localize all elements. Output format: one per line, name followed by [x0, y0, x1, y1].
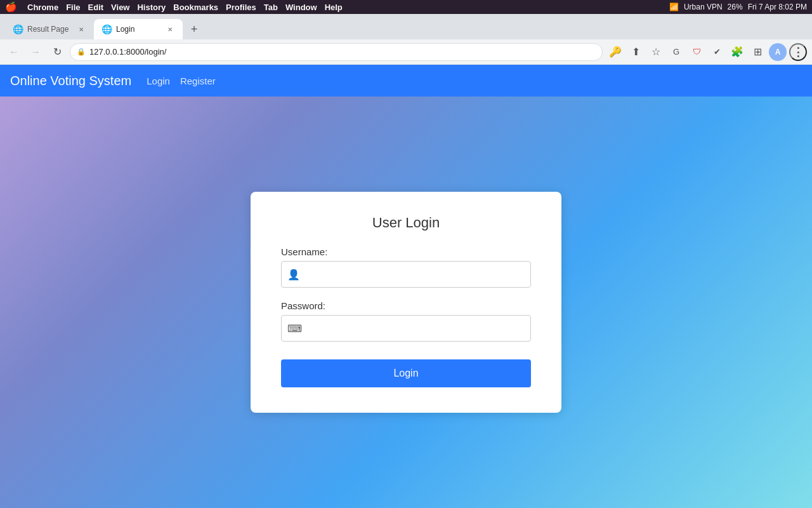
username-input-wrapper: 👤 [281, 261, 531, 288]
username-group: Username: 👤 [281, 246, 531, 288]
tab-result-page-favicon: 🌐 [13, 24, 23, 34]
forward-button[interactable]: → [27, 43, 44, 61]
app-title: Online Voting System [10, 74, 131, 88]
more-button[interactable]: ⋮ [789, 43, 807, 61]
password-icon: ⌨ [287, 323, 302, 335]
new-tab-button[interactable]: + [185, 20, 203, 38]
edit-menu-item[interactable]: Edit [88, 3, 104, 12]
window-menu-item[interactable]: Window [285, 3, 317, 12]
nav-link-login[interactable]: Login [147, 76, 170, 86]
bookmarks-menu-item[interactable]: Bookmarks [173, 3, 218, 12]
file-menu-item[interactable]: File [66, 3, 80, 12]
login-card: User Login Username: 👤 Password: ⌨ Login [251, 192, 561, 413]
nav-bar: ← → ↻ 🔒 127.0.0.1:8000/login/ 🔑 ⬆ ☆ G 🛡 … [0, 39, 812, 65]
nav-link-register[interactable]: Register [180, 76, 216, 86]
login-button[interactable]: Login [281, 359, 531, 387]
extension-btn-3[interactable]: ✔ [708, 43, 726, 61]
app-navbar: Online Voting System Login Register [0, 65, 812, 97]
tab-result-page[interactable]: 🌐 Result Page ✕ [5, 19, 94, 39]
tab-bar: 🌐 Result Page ✕ 🌐 Login ✕ + [0, 14, 812, 39]
address-bar[interactable]: 🔒 127.0.0.1:8000/login/ [70, 43, 603, 61]
chrome-window: 🌐 Result Page ✕ 🌐 Login ✕ + ← → ↻ 🔒 127.… [0, 14, 812, 508]
clock-label: Fri 7 Apr 8:02 PM [748, 3, 807, 11]
tab-login-close[interactable]: ✕ [165, 24, 175, 34]
password-manager-button[interactable]: 🔑 [606, 43, 624, 61]
extension-btn-2[interactable]: 🛡 [688, 43, 705, 61]
menubar-right: 📶 Urban VPN 26% Fri 7 Apr 8:02 PM [669, 3, 807, 11]
nav-actions: 🔑 ⬆ ☆ G 🛡 ✔ 🧩 ⊞ A ⋮ [606, 43, 807, 61]
username-label: Username: [281, 246, 531, 257]
bookmark-button[interactable]: ☆ [647, 43, 665, 61]
grid-button[interactable]: ⊞ [749, 43, 766, 61]
password-label: Password: [281, 300, 531, 311]
apple-menu-icon[interactable]: 🍎 [5, 1, 17, 13]
username-input[interactable] [281, 261, 531, 288]
profile-button[interactable]: A [769, 43, 787, 61]
wifi-icon: 📶 [669, 3, 679, 11]
tab-menu-item[interactable]: Tab [264, 3, 278, 12]
profiles-menu-item[interactable]: Profiles [226, 3, 256, 12]
view-menu-item[interactable]: View [111, 3, 129, 12]
vpn-label: Urban VPN [684, 3, 723, 11]
address-text: 127.0.0.1:8000/login/ [89, 47, 596, 57]
menubar: 🍎 Chrome File Edit View History Bookmark… [0, 0, 812, 14]
page-content: User Login Username: 👤 Password: ⌨ Login [0, 97, 812, 508]
tab-result-page-label: Result Page [27, 25, 72, 34]
back-button[interactable]: ← [5, 43, 23, 61]
password-input-wrapper: ⌨ [281, 315, 531, 342]
battery-label: 26% [728, 3, 743, 11]
tab-login[interactable]: 🌐 Login ✕ [94, 19, 183, 39]
extensions-button[interactable]: 🧩 [728, 43, 746, 61]
lock-icon: 🔒 [77, 48, 86, 56]
password-input[interactable] [281, 315, 531, 342]
chrome-menu-item[interactable]: Chrome [27, 3, 58, 12]
password-group: Password: ⌨ [281, 300, 531, 342]
tab-result-page-close[interactable]: ✕ [76, 24, 86, 34]
login-title: User Login [281, 215, 531, 231]
history-menu-item[interactable]: History [137, 3, 166, 12]
tab-login-favicon: 🌐 [102, 24, 112, 34]
tab-login-label: Login [116, 25, 161, 34]
help-menu-item[interactable]: Help [325, 3, 343, 12]
share-button[interactable]: ⬆ [627, 43, 645, 61]
username-icon: 👤 [287, 269, 300, 281]
translate-extension-button[interactable]: G [667, 43, 685, 61]
reload-button[interactable]: ↻ [48, 43, 66, 61]
